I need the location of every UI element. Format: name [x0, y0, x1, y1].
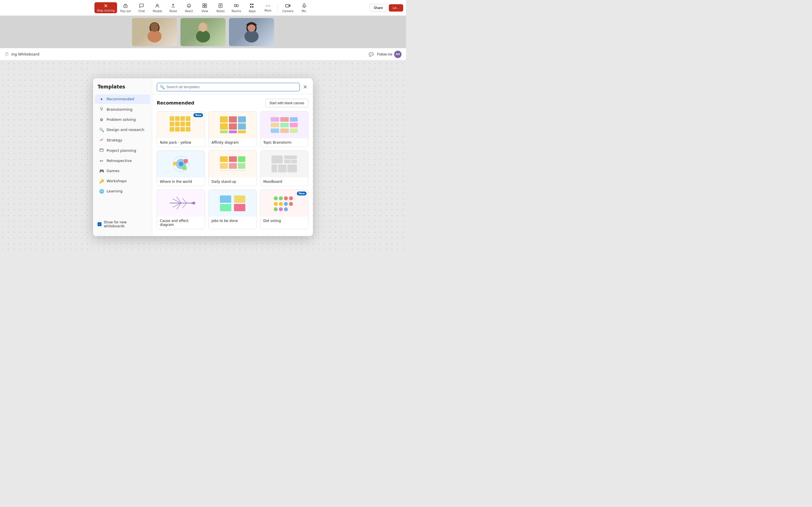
camera-icon — [285, 3, 290, 9]
modal-main-panel: 🔍 ✕ Recommended Start with blank canvas — [152, 78, 313, 236]
sidebar-item-workshops[interactable]: 🔑 Workshops — [95, 176, 150, 186]
template-thumb-daily — [209, 151, 256, 177]
template-card-moodboard[interactable]: Moodboard — [260, 151, 308, 186]
raise-button[interactable]: Raise — [166, 2, 181, 14]
template-card-cause[interactable]: Cause and effect diagram — [157, 189, 205, 229]
notes-button[interactable]: Notes — [213, 2, 228, 14]
svg-rect-99 — [220, 195, 231, 203]
blank-canvas-button[interactable]: Start with blank canvas — [265, 99, 308, 107]
template-card-note-yellow[interactable]: New — [157, 111, 205, 147]
template-card-jobs[interactable]: Jobs to be done — [208, 189, 257, 229]
learning-label: Learning — [107, 189, 122, 193]
workshops-label: Workshops — [107, 179, 126, 183]
raise-icon — [170, 3, 175, 9]
chat-button[interactable]: Chat — [134, 2, 149, 14]
svg-rect-101 — [234, 195, 245, 203]
svg-point-106 — [289, 196, 293, 200]
template-card-topic[interactable]: Topic Brainstorm — [260, 111, 308, 147]
svg-rect-47 — [186, 122, 190, 126]
modal-sidebar: Templates ✦ Recommended Brainstorming ⚙ … — [93, 78, 152, 236]
camera-button[interactable]: Camera — [280, 2, 296, 14]
sidebar-item-project-planning[interactable]: Project planning — [95, 146, 150, 156]
strategy-icon — [99, 138, 104, 143]
people-button[interactable]: People — [150, 2, 165, 14]
problem-solving-icon: ⚙ — [99, 117, 104, 122]
new-badge-dot: New — [297, 191, 306, 195]
svg-point-4 — [188, 5, 189, 5]
sidebar-item-problem-solving[interactable]: ⚙ Problem solving — [95, 115, 150, 124]
mic-label: Mic — [302, 10, 306, 13]
sidebar-item-learning[interactable]: 🌐 Learning — [95, 186, 150, 196]
svg-rect-56 — [238, 116, 246, 122]
svg-rect-40 — [170, 116, 174, 121]
svg-rect-55 — [229, 123, 237, 129]
more-label: More — [264, 9, 271, 12]
search-input[interactable] — [166, 85, 297, 89]
svg-rect-84 — [284, 156, 297, 159]
svg-point-75 — [179, 162, 183, 166]
share-label: Share — [374, 6, 383, 10]
share-button[interactable]: Share — [370, 4, 387, 12]
svg-point-1 — [125, 6, 126, 7]
template-card-daily[interactable]: Daily stand-up — [208, 151, 257, 186]
toolbar: ✕ Stop sharing Pop out Chat People — [0, 0, 406, 16]
svg-line-96 — [183, 198, 187, 203]
svg-rect-67 — [290, 117, 298, 122]
people-label: People — [153, 10, 162, 13]
stop-sharing-button-right[interactable]: Le... — [389, 4, 403, 11]
svg-rect-79 — [229, 163, 237, 169]
recommended-icon: ✦ — [99, 97, 104, 101]
view-button[interactable]: View — [197, 2, 212, 14]
follow-me-button[interactable]: Follow me AH — [377, 51, 402, 58]
notes-label: Notes — [216, 10, 225, 13]
template-card-affinity[interactable]: Affinity diagram — [208, 111, 257, 147]
section-title: Recommended — [157, 100, 194, 106]
template-thumb-cause — [157, 190, 205, 217]
project-planning-icon — [99, 148, 104, 153]
modal-close-button[interactable]: ✕ — [302, 83, 308, 91]
template-label-jobs: Jobs to be done — [209, 217, 256, 225]
stop-sharing-right-label: Le... — [393, 6, 399, 10]
svg-rect-14 — [234, 4, 236, 7]
sidebar-item-retrospective[interactable]: ↩ Retrospective — [95, 156, 150, 166]
sidebar-item-strategy[interactable]: Strategy — [95, 135, 150, 145]
svg-rect-63 — [271, 128, 279, 133]
svg-rect-81 — [238, 163, 245, 169]
svg-rect-15 — [237, 4, 238, 7]
template-thumb-mood — [260, 151, 308, 177]
template-card-dot[interactable]: New — [260, 189, 308, 229]
sidebar-item-brainstorming[interactable]: Brainstorming — [95, 105, 150, 114]
stop-sharing-button[interactable]: ✕ Stop sharing — [94, 2, 117, 13]
sidebar-item-design-research[interactable]: 🔍 Design and research — [95, 125, 150, 135]
avatar-card-2 — [181, 18, 225, 46]
apps-button[interactable]: Apps — [245, 2, 259, 14]
games-label: Games — [107, 169, 119, 173]
svg-rect-49 — [175, 127, 180, 131]
svg-point-29 — [199, 23, 207, 32]
template-card-where[interactable]: Where in the world — [157, 151, 205, 186]
template-label-affinity: Affinity diagram — [209, 138, 256, 147]
svg-point-25 — [147, 30, 161, 43]
svg-rect-43 — [186, 116, 190, 121]
mic-button[interactable]: Mic — [297, 2, 312, 14]
view-label: View — [201, 10, 208, 13]
avatar-3 — [229, 18, 274, 46]
svg-rect-50 — [181, 127, 185, 131]
svg-rect-42 — [181, 116, 185, 121]
svg-rect-57 — [238, 123, 246, 129]
svg-point-5 — [190, 5, 190, 5]
sidebar-item-recommended[interactable]: ✦ Recommended — [95, 94, 150, 104]
design-research-label: Design and research — [107, 128, 144, 132]
svg-rect-41 — [175, 116, 180, 121]
sidebar-item-games[interactable]: 🎮 Games — [95, 166, 150, 176]
popout-button[interactable]: Pop out — [118, 2, 133, 14]
svg-rect-17 — [250, 4, 252, 5]
svg-rect-58 — [220, 130, 228, 133]
rooms-button[interactable]: Rooms — [229, 2, 244, 14]
more-button[interactable]: ··· More — [260, 2, 275, 13]
svg-point-98 — [193, 202, 195, 205]
svg-rect-44 — [170, 122, 174, 126]
react-button[interactable]: React — [182, 2, 196, 14]
show-new-checkbox[interactable]: ✓ — [98, 222, 101, 226]
svg-rect-73 — [184, 159, 188, 163]
